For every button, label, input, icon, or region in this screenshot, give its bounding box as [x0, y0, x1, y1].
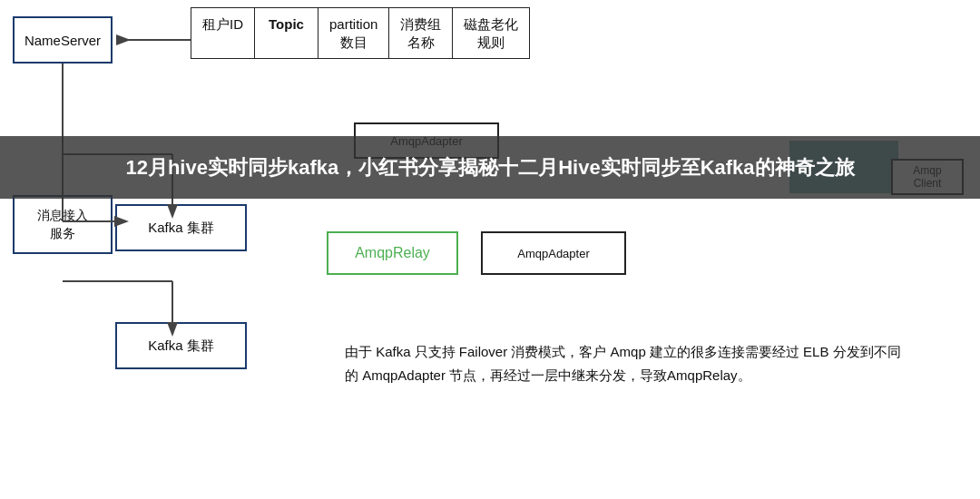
- table-cell-partition: partition 数目: [318, 8, 389, 58]
- amqp-relay-box: AmqpRelay: [327, 231, 458, 275]
- description-content: 由于 Kafka 只支持 Failover 消费模式，客户 Amqp 建立的很多…: [345, 344, 901, 383]
- table-cell-disk-aging: 磁盘老化 规则: [453, 8, 529, 58]
- overlay-banner: 12月hive实时同步kafka，小红书分享揭秘十二月Hive实时同步至Kafk…: [0, 136, 980, 199]
- table-cell-tenant: 租户ID: [191, 8, 255, 58]
- kafka-box-1: Kafka 集群: [115, 204, 247, 251]
- amqp-adapter-bottom: AmqpAdapter: [481, 231, 626, 275]
- banner-text: 12月hive实时同步kafka，小红书分享揭秘十二月Hive实时同步至Kafk…: [125, 156, 854, 179]
- kafka-label-1: Kafka 集群: [148, 220, 214, 237]
- msg-service-box: 消息接入 服务: [13, 195, 113, 254]
- description-text: 由于 Kafka 只支持 Failover 消费模式，客户 Amqp 建立的很多…: [345, 340, 907, 386]
- diagram-area: 租户ID Topic partition 数目 消费组 名称 磁盘老化 规则 N…: [0, 0, 980, 499]
- amqp-relay-label: AmqpRelay: [355, 245, 430, 261]
- kafka-label-2: Kafka 集群: [148, 338, 214, 355]
- kafka-box-2: Kafka 集群: [115, 322, 247, 369]
- nameserver-label: NameServer: [24, 33, 101, 48]
- table-cell-topic: Topic: [255, 8, 318, 58]
- table-cell-consumer-group: 消费组 名称: [389, 8, 453, 58]
- nameserver-box: NameServer: [13, 16, 113, 64]
- msg-service-label: 消息接入 服务: [37, 207, 88, 242]
- top-table: 租户ID Topic partition 数目 消费组 名称 磁盘老化 规则: [191, 7, 530, 59]
- amqp-adapter-bottom-label: AmqpAdapter: [517, 247, 590, 260]
